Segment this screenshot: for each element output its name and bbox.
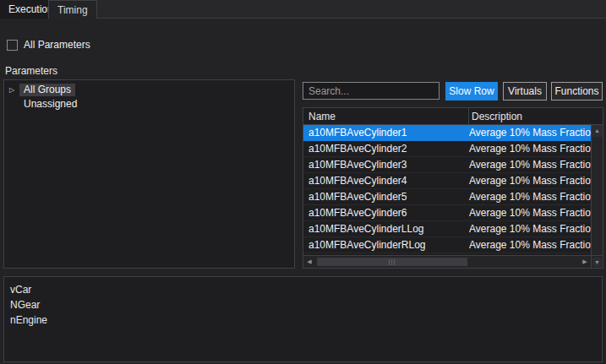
tree-item-label: Unassigned — [19, 98, 81, 111]
table-row[interactable]: a10MFBAveCylinder2 Average 10% Mass Frac… — [303, 141, 591, 157]
row-name: a10MFBAveCylinder1 — [308, 125, 466, 141]
row-description: Average 10% Mass Fraction Bu — [469, 221, 591, 237]
all-parameters-checkbox[interactable] — [7, 40, 18, 51]
parameters-section-label: Parameters — [5, 65, 57, 77]
table-rows-viewport: a10MFBAveCylinder1 Average 10% Mass Frac… — [303, 125, 591, 255]
tab-timing[interactable]: Timing — [48, 0, 97, 19]
column-header-name[interactable]: Name — [308, 108, 336, 125]
table-row[interactable]: a10MFBAveCylinderRLog Average 10% Mass F… — [303, 237, 591, 253]
tab-execution-label: Execution — [8, 3, 53, 15]
scroll-down-icon[interactable]: ▼ — [592, 258, 602, 267]
groups-tree-panel: ▷ All Groups Unassigned — [3, 79, 295, 269]
row-description: Average 10% Mass Fraction Bu — [469, 141, 591, 157]
list-item[interactable]: vCar — [10, 282, 602, 297]
row-description: Average 10% Mass Fraction Bu — [469, 157, 591, 173]
scrollbar-corner: ▼ — [591, 255, 603, 268]
tab-bar: Execution Timing — [0, 0, 606, 19]
column-header-description[interactable]: Description — [472, 108, 522, 125]
expand-arrow-icon[interactable]: ▷ — [4, 83, 19, 97]
parameter-manager-window: Execution Timing All Parameters Paramete… — [0, 0, 606, 364]
horizontal-scrollbar-track[interactable]: ||| — [315, 256, 579, 268]
list-item[interactable]: nEngine — [10, 312, 602, 328]
row-name: a10MFBAveCylinder5 — [308, 189, 466, 205]
row-name: a10MFBAveCylinder6 — [308, 205, 466, 221]
row-description: Average 10% Mass Fraction Bu — [469, 173, 591, 189]
table-row[interactable]: a10MFBAveCylinder6 Average 10% Mass Frac… — [303, 205, 591, 221]
scroll-left-icon[interactable]: ◀ — [303, 256, 315, 268]
table-row[interactable]: a10MFBAveCylinder1 Average 10% Mass Frac… — [303, 125, 591, 141]
row-name: a10MFBAveCylinderRLog — [308, 237, 466, 253]
list-item[interactable]: NGear — [10, 297, 602, 312]
row-name: a10MFBAveCylinderLLog — [308, 221, 466, 237]
vertical-scrollbar[interactable]: ▲ — [591, 125, 603, 255]
virtuals-button[interactable]: Virtuals — [503, 82, 547, 101]
table-row[interactable]: a10MFBAveCylinderLLog Average 10% Mass F… — [303, 221, 591, 237]
tree-item-all-groups[interactable]: ▷ All Groups — [4, 83, 294, 97]
row-description: Average 10% Mass Fraction Bu — [469, 189, 591, 205]
tab-timing-label: Timing — [57, 4, 88, 16]
thumb-grip-icon: ||| — [388, 258, 396, 266]
table-row[interactable]: a10MFBAveCylinder3 Average 10% Mass Frac… — [303, 157, 591, 173]
virtuals-button-label: Virtuals — [508, 85, 542, 97]
parameters-table-panel: Name Description a10MFBAveCylinder1 Aver… — [303, 107, 603, 269]
functions-button[interactable]: Functions — [551, 82, 603, 101]
tree-item-label: All Groups — [19, 84, 75, 96]
slow-row-button[interactable]: Slow Row — [445, 82, 498, 101]
search-input[interactable] — [303, 82, 439, 100]
row-description: Average 10% Mass Fraction Bu — [469, 205, 591, 221]
table-row[interactable]: a10MFBAveCylinder5 Average 10% Mass Frac… — [303, 189, 591, 205]
row-description: Average 10% Mass Fraction Bu — [469, 237, 591, 253]
tree-item-unassigned[interactable]: Unassigned — [4, 97, 294, 111]
selected-parameters-panel: vCar NGear nEngine — [3, 276, 603, 362]
horizontal-scrollbar-thumb[interactable]: ||| — [317, 258, 467, 266]
all-parameters-label: All Parameters — [24, 39, 90, 51]
column-divider[interactable] — [468, 108, 469, 125]
table-header: Name Description — [303, 108, 603, 125]
horizontal-scrollbar[interactable]: ◀ ||| ▶ — [303, 255, 591, 268]
all-parameters-row: All Parameters — [7, 39, 90, 51]
slow-row-button-label: Slow Row — [449, 85, 494, 97]
scroll-right-icon[interactable]: ▶ — [579, 256, 591, 268]
functions-button-label: Functions — [554, 85, 598, 97]
row-name: a10MFBAveCylinder2 — [308, 141, 466, 157]
row-description: Average 10% Mass Fraction Bu — [469, 125, 591, 141]
table-row[interactable]: a10MFBAveCylinder4 Average 10% Mass Frac… — [303, 173, 591, 189]
row-name: a10MFBAveCylinder3 — [308, 157, 466, 173]
scroll-up-icon[interactable]: ▲ — [592, 125, 603, 137]
row-name: a10MFBAveCylinder4 — [308, 173, 466, 189]
